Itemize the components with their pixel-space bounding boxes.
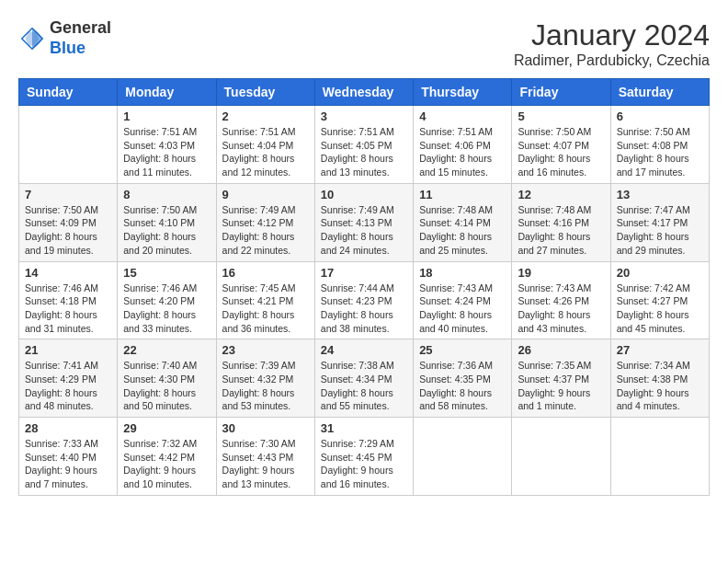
calendar-cell: 16Sunrise: 7:45 AMSunset: 4:21 PMDayligh… bbox=[216, 261, 314, 339]
day-info: Sunrise: 7:50 AMSunset: 4:09 PMDaylight:… bbox=[25, 203, 111, 258]
day-number: 30 bbox=[222, 421, 309, 435]
calendar-cell: 21Sunrise: 7:41 AMSunset: 4:29 PMDayligh… bbox=[19, 339, 118, 418]
day-info: Sunrise: 7:46 AMSunset: 4:20 PMDaylight:… bbox=[123, 282, 210, 336]
calendar-cell: 13Sunrise: 7:47 AMSunset: 4:17 PMDayligh… bbox=[610, 183, 709, 261]
calendar-cell bbox=[414, 418, 512, 496]
day-info: Sunrise: 7:30 AMSunset: 4:43 PMDaylight:… bbox=[222, 437, 309, 491]
day-number: 6 bbox=[617, 109, 703, 123]
day-number: 21 bbox=[25, 343, 111, 357]
logo-blue: Blue bbox=[50, 39, 111, 59]
day-info: Sunrise: 7:42 AMSunset: 4:27 PMDaylight:… bbox=[617, 282, 703, 336]
calendar-table: SundayMondayTuesdayWednesdayThursdayFrid… bbox=[18, 78, 710, 496]
day-info: Sunrise: 7:49 AMSunset: 4:12 PMDaylight:… bbox=[222, 203, 309, 258]
calendar-cell bbox=[19, 106, 118, 184]
month-year: January 2024 bbox=[514, 18, 710, 52]
week-row-3: 14Sunrise: 7:46 AMSunset: 4:18 PMDayligh… bbox=[19, 261, 710, 339]
header-day-friday: Friday bbox=[512, 79, 610, 106]
calendar-cell: 31Sunrise: 7:29 AMSunset: 4:45 PMDayligh… bbox=[314, 418, 413, 496]
day-number: 15 bbox=[123, 266, 210, 280]
day-number: 29 bbox=[123, 421, 210, 435]
day-number: 23 bbox=[222, 343, 309, 357]
logo-text: General Blue bbox=[50, 18, 111, 58]
calendar-cell bbox=[512, 418, 610, 496]
location: Radimer, Pardubicky, Czechia bbox=[514, 52, 710, 69]
day-info: Sunrise: 7:45 AMSunset: 4:21 PMDaylight:… bbox=[222, 282, 309, 336]
page-header: General Blue January 2024 Radimer, Pardu… bbox=[18, 18, 710, 69]
week-row-4: 21Sunrise: 7:41 AMSunset: 4:29 PMDayligh… bbox=[19, 339, 710, 418]
calendar-cell: 30Sunrise: 7:30 AMSunset: 4:43 PMDayligh… bbox=[216, 418, 314, 496]
calendar-cell: 8Sunrise: 7:50 AMSunset: 4:10 PMDaylight… bbox=[118, 183, 216, 261]
calendar-cell: 20Sunrise: 7:42 AMSunset: 4:27 PMDayligh… bbox=[610, 261, 709, 339]
calendar-cell bbox=[610, 418, 709, 496]
calendar-cell: 23Sunrise: 7:39 AMSunset: 4:32 PMDayligh… bbox=[216, 339, 314, 418]
day-info: Sunrise: 7:43 AMSunset: 4:24 PMDaylight:… bbox=[419, 282, 506, 336]
day-info: Sunrise: 7:46 AMSunset: 4:18 PMDaylight:… bbox=[25, 282, 111, 336]
day-info: Sunrise: 7:47 AMSunset: 4:17 PMDaylight:… bbox=[617, 203, 703, 258]
calendar-cell: 28Sunrise: 7:33 AMSunset: 4:40 PMDayligh… bbox=[19, 418, 118, 496]
calendar-cell: 9Sunrise: 7:49 AMSunset: 4:12 PMDaylight… bbox=[216, 183, 314, 261]
calendar-cell: 27Sunrise: 7:34 AMSunset: 4:38 PMDayligh… bbox=[610, 339, 709, 418]
calendar-cell: 15Sunrise: 7:46 AMSunset: 4:20 PMDayligh… bbox=[118, 261, 216, 339]
day-number: 25 bbox=[419, 343, 506, 357]
logo: General Blue bbox=[18, 18, 111, 58]
day-number: 14 bbox=[25, 266, 111, 280]
day-number: 1 bbox=[123, 109, 210, 123]
calendar-cell: 29Sunrise: 7:32 AMSunset: 4:42 PMDayligh… bbox=[118, 418, 216, 496]
day-info: Sunrise: 7:32 AMSunset: 4:42 PMDaylight:… bbox=[123, 437, 210, 491]
calendar-cell: 5Sunrise: 7:50 AMSunset: 4:07 PMDaylight… bbox=[512, 106, 610, 184]
day-info: Sunrise: 7:40 AMSunset: 4:30 PMDaylight:… bbox=[123, 359, 210, 413]
week-row-1: 1Sunrise: 7:51 AMSunset: 4:03 PMDaylight… bbox=[19, 106, 710, 184]
logo-icon bbox=[18, 25, 46, 52]
day-number: 12 bbox=[518, 188, 604, 201]
day-info: Sunrise: 7:51 AMSunset: 4:06 PMDaylight:… bbox=[419, 125, 506, 179]
day-info: Sunrise: 7:34 AMSunset: 4:38 PMDaylight:… bbox=[617, 359, 703, 413]
calendar-cell: 4Sunrise: 7:51 AMSunset: 4:06 PMDaylight… bbox=[414, 106, 512, 184]
day-info: Sunrise: 7:39 AMSunset: 4:32 PMDaylight:… bbox=[222, 359, 309, 413]
day-info: Sunrise: 7:48 AMSunset: 4:16 PMDaylight:… bbox=[518, 203, 604, 258]
day-number: 3 bbox=[321, 109, 407, 123]
calendar-cell: 26Sunrise: 7:35 AMSunset: 4:37 PMDayligh… bbox=[512, 339, 610, 418]
day-number: 11 bbox=[419, 188, 506, 201]
title-block: January 2024 Radimer, Pardubicky, Czechi… bbox=[514, 18, 710, 69]
day-info: Sunrise: 7:51 AMSunset: 4:05 PMDaylight:… bbox=[321, 125, 407, 179]
day-info: Sunrise: 7:38 AMSunset: 4:34 PMDaylight:… bbox=[321, 359, 407, 413]
calendar-cell: 11Sunrise: 7:48 AMSunset: 4:14 PMDayligh… bbox=[414, 183, 512, 261]
header-day-sunday: Sunday bbox=[19, 79, 118, 106]
calendar-cell: 17Sunrise: 7:44 AMSunset: 4:23 PMDayligh… bbox=[314, 261, 413, 339]
day-info: Sunrise: 7:51 AMSunset: 4:04 PMDaylight:… bbox=[222, 125, 309, 179]
header-day-wednesday: Wednesday bbox=[314, 79, 413, 106]
calendar-cell: 12Sunrise: 7:48 AMSunset: 4:16 PMDayligh… bbox=[512, 183, 610, 261]
calendar-cell: 6Sunrise: 7:50 AMSunset: 4:08 PMDaylight… bbox=[610, 106, 709, 184]
day-number: 16 bbox=[222, 266, 309, 280]
day-info: Sunrise: 7:33 AMSunset: 4:40 PMDaylight:… bbox=[25, 437, 111, 491]
day-info: Sunrise: 7:50 AMSunset: 4:07 PMDaylight:… bbox=[518, 125, 604, 179]
day-info: Sunrise: 7:49 AMSunset: 4:13 PMDaylight:… bbox=[321, 203, 407, 258]
day-number: 20 bbox=[617, 266, 703, 280]
header-day-saturday: Saturday bbox=[610, 79, 709, 106]
day-number: 10 bbox=[321, 188, 407, 201]
header-row: SundayMondayTuesdayWednesdayThursdayFrid… bbox=[19, 79, 710, 106]
day-info: Sunrise: 7:50 AMSunset: 4:08 PMDaylight:… bbox=[617, 125, 703, 179]
day-number: 8 bbox=[123, 188, 210, 201]
logo-general: General bbox=[50, 18, 111, 39]
day-info: Sunrise: 7:48 AMSunset: 4:14 PMDaylight:… bbox=[419, 203, 506, 258]
header-day-monday: Monday bbox=[118, 79, 216, 106]
calendar-cell: 19Sunrise: 7:43 AMSunset: 4:26 PMDayligh… bbox=[512, 261, 610, 339]
day-info: Sunrise: 7:51 AMSunset: 4:03 PMDaylight:… bbox=[123, 125, 210, 179]
calendar-cell: 1Sunrise: 7:51 AMSunset: 4:03 PMDaylight… bbox=[118, 106, 216, 184]
day-number: 7 bbox=[25, 188, 111, 201]
day-number: 24 bbox=[321, 343, 407, 357]
day-number: 13 bbox=[617, 188, 703, 201]
calendar-cell: 25Sunrise: 7:36 AMSunset: 4:35 PMDayligh… bbox=[414, 339, 512, 418]
week-row-5: 28Sunrise: 7:33 AMSunset: 4:40 PMDayligh… bbox=[19, 418, 710, 496]
calendar-cell: 3Sunrise: 7:51 AMSunset: 4:05 PMDaylight… bbox=[314, 106, 413, 184]
day-number: 5 bbox=[518, 109, 604, 123]
day-info: Sunrise: 7:43 AMSunset: 4:26 PMDaylight:… bbox=[518, 282, 604, 336]
day-number: 28 bbox=[25, 421, 111, 435]
day-info: Sunrise: 7:44 AMSunset: 4:23 PMDaylight:… bbox=[321, 282, 407, 336]
day-number: 22 bbox=[123, 343, 210, 357]
calendar-cell: 2Sunrise: 7:51 AMSunset: 4:04 PMDaylight… bbox=[216, 106, 314, 184]
day-number: 27 bbox=[617, 343, 703, 357]
day-number: 18 bbox=[419, 266, 506, 280]
calendar-cell: 24Sunrise: 7:38 AMSunset: 4:34 PMDayligh… bbox=[314, 339, 413, 418]
